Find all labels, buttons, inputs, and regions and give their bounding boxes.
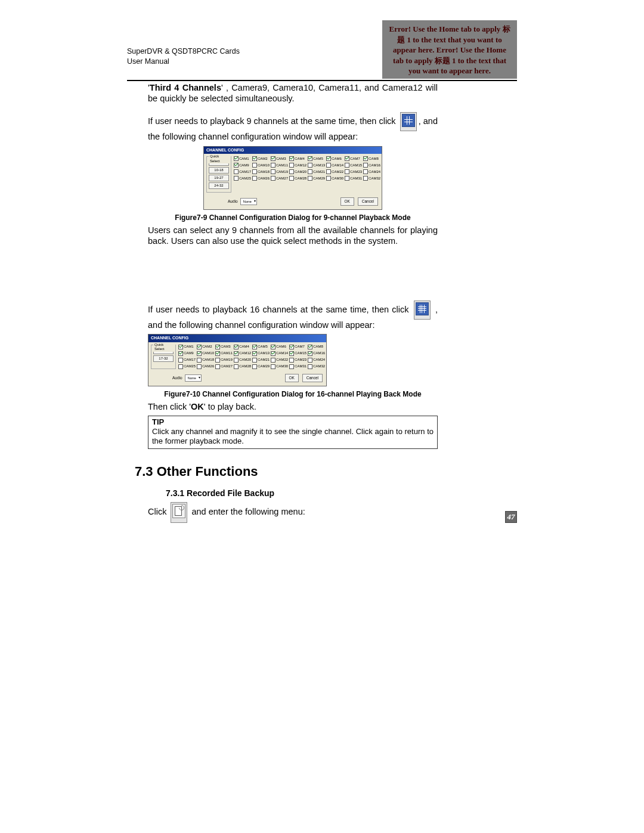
dialog16-cam29[interactable]: CAM29: [252, 364, 270, 369]
dialog9-ok-button[interactable]: OK: [340, 197, 354, 206]
checkbox-icon[interactable]: [345, 169, 349, 174]
checkbox-icon[interactable]: [215, 351, 220, 356]
checkbox-icon[interactable]: [289, 351, 294, 356]
dialog9-quick-10-18[interactable]: 10-18: [209, 167, 229, 174]
checkbox-icon[interactable]: [234, 364, 239, 369]
dialog9-cam13[interactable]: CAM13: [308, 163, 325, 168]
checkbox-icon[interactable]: [326, 163, 331, 168]
dialog9-cam32[interactable]: CAM32: [363, 176, 380, 181]
dialog16-cam12[interactable]: CAM12: [234, 351, 251, 356]
checkbox-icon[interactable]: [234, 176, 239, 181]
checkbox-icon[interactable]: [289, 358, 294, 363]
checkbox-icon[interactable]: [363, 156, 368, 161]
checkbox-icon[interactable]: [271, 351, 275, 356]
dialog9-cam9[interactable]: CAM9: [234, 163, 251, 168]
dialog9-cam29[interactable]: CAM29: [308, 176, 325, 181]
checkbox-icon[interactable]: [308, 156, 312, 161]
dialog16-cam7[interactable]: CAM7: [289, 345, 306, 349]
dialog16-cam3[interactable]: CAM3: [215, 345, 233, 349]
dialog9-cam24[interactable]: CAM24: [363, 169, 380, 174]
checkbox-icon[interactable]: [252, 156, 257, 161]
checkbox-icon[interactable]: [363, 163, 368, 168]
checkbox-icon[interactable]: [289, 163, 294, 168]
checkbox-icon[interactable]: [289, 156, 294, 161]
dialog9-cam11[interactable]: CAM11: [271, 163, 288, 168]
checkbox-icon[interactable]: [197, 358, 202, 363]
checkbox-icon[interactable]: [234, 156, 239, 161]
checkbox-icon[interactable]: [308, 176, 312, 181]
checkbox-icon[interactable]: [271, 163, 275, 168]
dialog9-quick-19-27[interactable]: 19-27: [209, 175, 229, 181]
checkbox-icon[interactable]: [252, 169, 257, 174]
checkbox-icon[interactable]: [308, 163, 312, 168]
dialog16-cam17[interactable]: CAM17: [178, 358, 196, 363]
checkbox-icon[interactable]: [271, 345, 275, 349]
checkbox-icon[interactable]: [215, 345, 220, 349]
dialog9-cam26[interactable]: CAM26: [252, 176, 270, 181]
dialog16-cam21[interactable]: CAM21: [252, 358, 270, 363]
dialog16-cam23[interactable]: CAM23: [289, 358, 306, 363]
dialog9-cam27[interactable]: CAM27: [271, 176, 288, 181]
dialog16-cam20[interactable]: CAM20: [234, 358, 251, 363]
dialog9-audio-select[interactable]: None: [240, 198, 256, 205]
checkbox-icon[interactable]: [234, 358, 239, 363]
grid-9-icon[interactable]: [400, 112, 417, 131]
dialog9-cam28[interactable]: CAM28: [289, 176, 306, 181]
dialog16-cam27[interactable]: CAM27: [215, 364, 233, 369]
checkbox-icon[interactable]: [326, 169, 331, 174]
dialog9-cam4[interactable]: CAM4: [289, 156, 306, 161]
checkbox-icon[interactable]: [345, 163, 349, 168]
checkbox-icon[interactable]: [197, 345, 202, 349]
dialog9-cam30[interactable]: CAM30: [326, 176, 343, 181]
dialog9-cam22[interactable]: CAM22: [326, 169, 343, 174]
dialog9-cam20[interactable]: CAM20: [289, 169, 306, 174]
dialog9-cancel-button[interactable]: Cancel: [358, 197, 378, 206]
dialog16-quick-17-32[interactable]: 17-32: [153, 355, 174, 362]
dialog16-cam1[interactable]: CAM1: [178, 345, 196, 349]
dialog16-cam9[interactable]: CAM9: [178, 351, 196, 356]
checkbox-icon[interactable]: [345, 176, 349, 181]
checkbox-icon[interactable]: [252, 176, 257, 181]
checkbox-icon[interactable]: [345, 156, 349, 161]
dialog16-cam15[interactable]: CAM15: [289, 351, 306, 356]
checkbox-icon[interactable]: [178, 364, 183, 369]
dialog16-audio-select[interactable]: None: [185, 374, 201, 382]
dialog9-cam7[interactable]: CAM7: [345, 156, 362, 161]
dialog16-cam31[interactable]: CAM31: [289, 364, 306, 369]
dialog9-cam17[interactable]: CAM17: [234, 169, 251, 174]
dialog9-cam6[interactable]: CAM6: [326, 156, 343, 161]
dialog16-ok-button[interactable]: OK: [285, 374, 299, 382]
checkbox-icon[interactable]: [197, 351, 202, 356]
dialog9-cam31[interactable]: CAM31: [345, 176, 362, 181]
dialog16-cam19[interactable]: CAM19: [215, 358, 233, 363]
dialog9-cam8[interactable]: CAM8: [363, 156, 380, 161]
dialog16-cam10[interactable]: CAM10: [197, 351, 214, 356]
checkbox-icon[interactable]: [178, 345, 183, 349]
checkbox-icon[interactable]: [271, 169, 275, 174]
dialog16-cam22[interactable]: CAM22: [271, 358, 288, 363]
dialog9-cam12[interactable]: CAM12: [289, 163, 306, 168]
checkbox-icon[interactable]: [234, 163, 239, 168]
dialog9-cam19[interactable]: CAM19: [271, 169, 288, 174]
dialog9-quick-24-32[interactable]: 24-32: [209, 182, 229, 189]
dialog9-cam16[interactable]: CAM16: [363, 163, 380, 168]
dialog9-cam2[interactable]: CAM2: [252, 156, 270, 161]
checkbox-icon[interactable]: [178, 358, 183, 363]
checkbox-icon[interactable]: [326, 156, 331, 161]
checkbox-icon[interactable]: [271, 176, 275, 181]
checkbox-icon[interactable]: [234, 351, 239, 356]
checkbox-icon[interactable]: [308, 351, 312, 356]
dialog9-cam21[interactable]: CAM21: [308, 169, 325, 174]
dialog9-cam1[interactable]: CAM1: [234, 156, 251, 161]
checkbox-icon[interactable]: [178, 351, 183, 356]
dialog16-cam16[interactable]: CAM16: [308, 351, 325, 356]
dialog16-cam14[interactable]: CAM14: [271, 351, 288, 356]
checkbox-icon[interactable]: [363, 176, 368, 181]
dialog16-cancel-button[interactable]: Cancel: [302, 374, 323, 382]
dialog16-cam26[interactable]: CAM26: [197, 364, 214, 369]
checkbox-icon[interactable]: [197, 364, 202, 369]
dialog9-cam14[interactable]: CAM14: [326, 163, 343, 168]
dialog9-cam18[interactable]: CAM18: [252, 169, 270, 174]
checkbox-icon[interactable]: [308, 364, 312, 369]
checkbox-icon[interactable]: [252, 364, 257, 369]
